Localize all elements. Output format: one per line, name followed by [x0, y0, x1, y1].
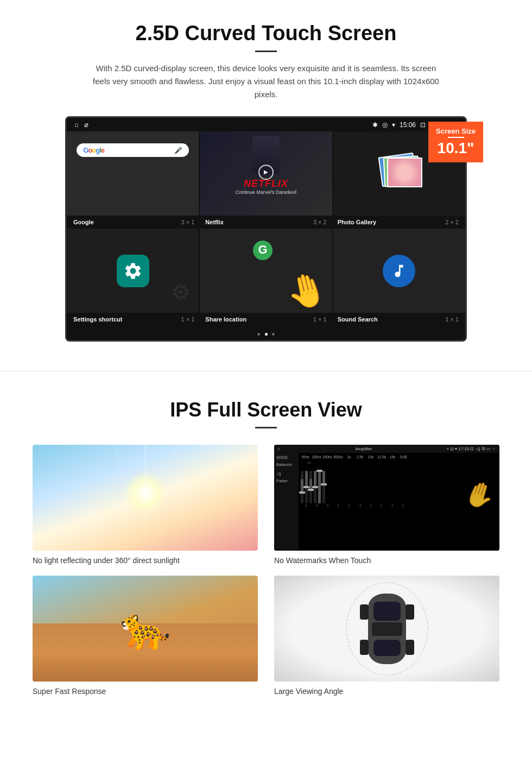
photo-card-3 [387, 157, 422, 187]
google-logo: Google [83, 146, 104, 154]
slider-2 [305, 471, 308, 503]
app-cell-share[interactable]: G 🤚 [200, 229, 332, 313]
section1-title: 2.5D Curved Touch Screen [33, 22, 499, 45]
amp-volume-icon: ◁) [276, 471, 296, 476]
dot-2 [265, 333, 268, 336]
svg-text:G: G [258, 243, 267, 256]
share-label: Share location [205, 316, 246, 323]
title-underline [255, 51, 277, 52]
freq-labels: 60hz 100hz 200hz 500hz 1k 2.5k 10k 12.5k… [301, 455, 497, 459]
netflix-sub-text: Continue Marvel's Daredevil [236, 190, 296, 195]
slider-5 [318, 471, 321, 503]
sound-icon-wrap [383, 255, 415, 287]
hand-emoji: 🤚 [282, 267, 331, 313]
row-labels-1: Google 3 × 1 Netflix 3 × 2 Photo Gallery… [67, 216, 465, 229]
mic-icon: 🎤 [174, 147, 182, 154]
svg-rect-14 [406, 640, 414, 655]
dot-1 [257, 333, 260, 336]
google-label: Google [73, 219, 94, 225]
netflix-logo-area: NETFLIX Continue Marvel's Daredevil [236, 178, 296, 195]
section2-title: IPS Full Screen View [33, 399, 499, 421]
amp-eq-icon: ⊟⊟⊟ [276, 455, 296, 460]
camera-icon: ⊡ [420, 121, 426, 129]
feature-fast-response: 🐆 Super Fast Response [33, 576, 258, 696]
app-cell-netflix[interactable]: ▶ NETFLIX Continue Marvel's Daredevil [200, 131, 332, 216]
gallery-label: Photo Gallery [338, 219, 377, 225]
amp-body: ⊟⊟⊟ Balance ◁) Fader 60hz 100hz 200hz 50… [274, 453, 499, 550]
section1-description: With 2.5D curved-display screen, this de… [92, 62, 440, 101]
car-top-view-svg [344, 580, 430, 678]
usb-icon: ⌀ [84, 121, 88, 129]
label-google: Google 3 × 1 [68, 216, 200, 229]
section-curved-screen: 2.5D Curved Touch Screen With 2.5D curve… [0, 0, 532, 360]
feature-img-amplifier: ⌂ Amplifier ▪ ◎ ▾ 17:33 ⊡ ◁) ☒ ▭ ← ⊟⊟⊟ B… [274, 445, 499, 551]
app-grid-row2: ⚙ G 🤚 [67, 229, 465, 313]
amp-status-bar: ⌂ Amplifier ▪ ◎ ▾ 17:33 ⊡ ◁) ☒ ▭ ← [274, 445, 499, 453]
label-gallery: Photo Gallery 2 × 2 [332, 216, 464, 229]
share-size: 1 × 1 [313, 316, 327, 323]
label-share: Share location 1 × 1 [200, 313, 332, 326]
scale-labels: 10 [301, 461, 497, 464]
feature-large-view: Large Viewing Angle [274, 576, 499, 696]
caption-fast-response: Super Fast Response [33, 687, 258, 696]
feature-img-car [274, 576, 499, 682]
sliders-area: 🤚 [301, 465, 497, 503]
music-note-icon [391, 263, 407, 279]
google-search-bar[interactable]: Google 🎤 [77, 143, 189, 157]
app-cell-sound[interactable] [333, 229, 465, 313]
amp-title: Amplifier [355, 446, 372, 451]
label-netflix: Netflix 3 × 2 [200, 216, 332, 229]
ray-center [145, 445, 146, 551]
label-settings: Settings shortcut 1 × 1 [68, 313, 200, 326]
device-wrapper: Screen Size 10.1" ⌂ ⌀ ✱ ◎ ▾ 15:06 ⊡ ◁) ☒ [54, 116, 478, 342]
s2-underline [255, 427, 277, 428]
touch-hand: 🤚 [460, 476, 499, 513]
settings-label: Settings shortcut [73, 316, 122, 323]
location-icon: ◎ [382, 121, 388, 129]
svg-rect-7 [373, 640, 401, 656]
google-size: 3 × 1 [181, 219, 195, 225]
app-grid-row1: Google 🎤 ▶ NETFLIX Continue Marvel's Dar… [67, 131, 465, 216]
app-cell-settings[interactable]: ⚙ [67, 229, 199, 313]
gallery-size: 2 × 2 [445, 219, 459, 225]
screen-size-badge: Screen Size 10.1" [428, 122, 483, 162]
netflix-label: Netflix [205, 219, 224, 225]
row-labels-2: Settings shortcut 1 × 1 Share location 1… [67, 313, 465, 326]
netflix-size: 3 × 2 [313, 219, 327, 225]
slider-4 [314, 471, 316, 503]
svg-rect-8 [372, 622, 402, 636]
amp-fader-label: Fader [276, 478, 296, 483]
sound-size: 1 × 1 [445, 316, 459, 323]
badge-label: Screen Size [436, 127, 476, 135]
settings-icon-wrap [117, 255, 149, 287]
wifi-icon: ▾ [392, 121, 395, 129]
amp-footer: 《 Custom loudness [274, 550, 499, 551]
caption-no-watermarks: No Watermarks When Touch [274, 556, 499, 565]
caption-no-light: No light reflecting under 360° direct su… [33, 556, 258, 565]
feature-img-sky [33, 445, 258, 551]
label-sound: Sound Search 1 × 1 [332, 313, 464, 326]
badge-underline [448, 137, 464, 138]
netflix-play-btn[interactable]: ▶ [258, 165, 274, 180]
status-left: ⌂ ⌀ [74, 121, 88, 129]
svg-rect-11 [360, 604, 369, 620]
svg-rect-13 [360, 640, 369, 655]
caption-large-view: Large Viewing Angle [274, 687, 499, 696]
amp-balance-label: Balance [276, 462, 296, 467]
gear-icon [123, 261, 143, 281]
page-dots [67, 326, 465, 340]
bluetooth-icon: ✱ [372, 121, 378, 129]
device-screen: ⌂ ⌀ ✱ ◎ ▾ 15:06 ⊡ ◁) ☒ ▭ [65, 116, 467, 342]
feature-no-watermarks: ⌂ Amplifier ▪ ◎ ▾ 17:33 ⊡ ◁) ☒ ▭ ← ⊟⊟⊟ B… [274, 445, 499, 565]
home-icon: ⌂ [74, 121, 79, 129]
section-divider [0, 371, 532, 371]
maps-icon: G [252, 239, 274, 268]
netflix-logo-text: NETFLIX [236, 178, 296, 190]
settings-size: 1 × 1 [181, 316, 195, 323]
svg-rect-6 [373, 602, 401, 621]
section-ips: IPS Full Screen View No light reflecting… [0, 382, 532, 717]
app-cell-google[interactable]: Google 🎤 [67, 131, 199, 216]
gear-bg: ⚙ [171, 280, 191, 305]
sound-label: Sound Search [338, 316, 378, 323]
cheetah-emoji: 🐆 [120, 605, 171, 653]
